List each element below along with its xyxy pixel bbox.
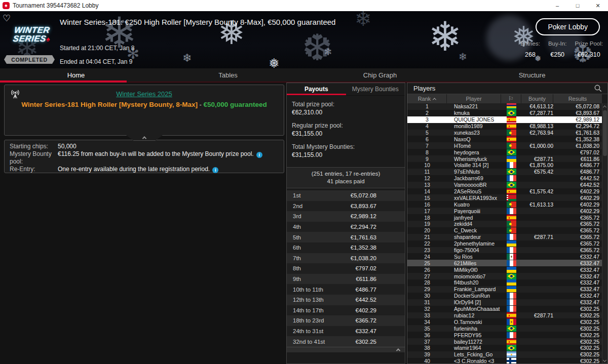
- player-row[interactable]: 31lOrDy94 [2]€332.47: [407, 299, 602, 306]
- players-scrollbar[interactable]: [602, 103, 607, 363]
- minimize-button[interactable]: –: [547, 0, 567, 11]
- winter-series-link[interactable]: Winter Series 2025: [116, 90, 172, 98]
- player-row[interactable]: 2kmuka€7,287.71€3,893.67: [407, 110, 602, 116]
- buyin-label: Buy-In:: [548, 41, 566, 47]
- country-flag-icon: [507, 306, 516, 312]
- country-flag-icon: [507, 279, 516, 286]
- player-row[interactable]: 35furleninha€302.25: [407, 325, 602, 332]
- player-row[interactable]: 20C_Dweck€365.72: [407, 227, 602, 234]
- tab-mystery-bounties[interactable]: Mystery Bounties: [346, 83, 405, 95]
- player-row[interactable]: 27moiomoiotio7€332.47: [407, 273, 602, 279]
- regular-prize-pool: Regular prize pool: €31,155.00: [292, 122, 400, 138]
- entries-stat: Entries: 268: [520, 41, 540, 58]
- player-row[interactable]: 6NaxoQ€1,352.38: [407, 136, 602, 142]
- country-flag-icon: [507, 169, 516, 175]
- logo-spade-icon: ♠: [46, 35, 51, 43]
- prize-pools: Total prize pool: €62,310.00 Regular pri…: [287, 96, 405, 166]
- scroll-down-icon[interactable]: [603, 358, 606, 362]
- starting-chips-value: 50,000: [58, 143, 77, 150]
- player-row[interactable]: 32ApuhMonChaaaaat€302.25: [407, 306, 602, 312]
- player-row[interactable]: 34O.Tarnovski€302.25: [407, 318, 602, 325]
- player-row[interactable]: 5xunekas23€2,763.94€1,761.63: [407, 130, 602, 136]
- country-flag-icon: [507, 201, 516, 208]
- prizepool-stat: Prize Pool: €62,310: [575, 41, 603, 58]
- info-icon[interactable]: [256, 152, 262, 158]
- tab-payouts[interactable]: Payouts: [287, 83, 346, 95]
- lobby-content: Winter Series 2025 Winter Series-181 Hig…: [0, 83, 608, 364]
- column-results[interactable]: Results: [553, 94, 602, 103]
- player-row[interactable]: 16Kuatro€1,613.13€402.29: [407, 201, 602, 208]
- player-row[interactable]: 7HTomé€1,000.00€1,038.20: [407, 142, 602, 149]
- payout-row: 18th to 23rd€365.72: [287, 315, 405, 326]
- scrollbar-thumb[interactable]: [603, 110, 607, 156]
- country-flag-icon: [507, 339, 516, 345]
- player-row[interactable]: 25621Milles€332.47: [407, 260, 602, 266]
- column-flag[interactable]: ⚐: [501, 94, 521, 103]
- player-row[interactable]: 26MiMiky0l0€332.47: [407, 266, 602, 273]
- player-row[interactable]: 39Lets_Fcking_Go€302.25: [407, 351, 602, 358]
- player-row[interactable]: 23figo-75004€365.72: [407, 247, 602, 254]
- entries-label: Entries:: [520, 41, 540, 47]
- player-row[interactable]: 10Volaille 314 [2]€1,875.00€486.77: [407, 162, 602, 169]
- player-row[interactable]: 30DockerSunRun€332.47: [407, 293, 602, 299]
- end-time: Ended at 04:04 CET, Jan 9: [60, 58, 132, 65]
- player-row[interactable]: 36PFERDY95€302.25: [407, 332, 602, 338]
- player-row[interactable]: 28fl4tbush20€332.47: [407, 279, 602, 286]
- player-row[interactable]: 29Frankie_Lampard€332.47: [407, 286, 602, 293]
- main-tabbar: Home Tables Chip Graph Structure: [0, 68, 608, 83]
- scroll-up-icon[interactable]: [603, 105, 606, 109]
- player-row[interactable]: 13VamoooooBR€442.52: [407, 182, 602, 188]
- player-row[interactable]: 1197sEhNuts€575.42€486.77: [407, 169, 602, 175]
- maximize-button[interactable]: □: [567, 0, 588, 11]
- player-row[interactable]: 37bailey11272€302.25: [407, 338, 602, 345]
- player-row[interactable]: 21shapardeur€287.71€365.72: [407, 234, 602, 240]
- payout-row: 7th€1,038.20: [287, 253, 405, 264]
- payout-row: 6th€1,352.38: [287, 242, 405, 253]
- column-player[interactable]: Player: [447, 94, 501, 103]
- country-flag-icon: [507, 319, 516, 325]
- snowflake-icon: ✻: [324, 47, 332, 57]
- player-row[interactable]: 142ASeRiouS€1,575.42€402.29: [407, 188, 602, 195]
- player-row[interactable]: 8heydogera€797.02: [407, 149, 602, 155]
- tab-tables[interactable]: Tables: [152, 68, 304, 82]
- info-icon[interactable]: [212, 167, 218, 173]
- player-row[interactable]: 1Naksa221€4,613.12€5,072.08: [407, 103, 602, 110]
- search-icon[interactable]: [594, 84, 602, 93]
- player-row[interactable]: 222phenethylamine€365.72: [407, 240, 602, 247]
- country-flag-icon: [507, 123, 516, 129]
- tab-structure[interactable]: Structure: [456, 68, 608, 82]
- close-button[interactable]: ✕: [588, 0, 608, 11]
- tab-home[interactable]: Home: [0, 68, 152, 82]
- player-row[interactable]: 24Su Rios€332.47: [407, 253, 602, 260]
- tournament-title: Winter Series-181: €250 High Roller [Mys…: [60, 18, 335, 26]
- player-row[interactable]: 33rubiac12€287.71€302.25: [407, 312, 602, 319]
- column-bounty[interactable]: Bounty: [521, 94, 553, 103]
- player-row[interactable]: 17Payerquoiii€402.29: [407, 208, 602, 214]
- poker-lobby-button[interactable]: Poker Lobby: [536, 18, 600, 35]
- country-flag-icon: [507, 326, 516, 332]
- payout-row: 10th to 11th€486.77: [287, 284, 405, 295]
- player-row[interactable]: 3QUIQUE JONES€2,989.12: [407, 116, 602, 123]
- tournament-lobby-window: { "titlebar": { "title": "Tournament 395…: [0, 0, 608, 364]
- column-rank[interactable]: Rank: [407, 94, 447, 103]
- player-row[interactable]: 18janfryed€365.72: [407, 214, 602, 221]
- player-row[interactable]: 15xxVALERA1993xx€402.29: [407, 194, 602, 201]
- buyin-value: €250: [550, 51, 564, 58]
- player-row[interactable]: 19zekidd4€365.72: [407, 221, 602, 227]
- player-row[interactable]: 9Wherismyluck€287.71€611.86: [407, 155, 602, 162]
- player-row[interactable]: 4monillo1989€8,988.13€2,294.72: [407, 123, 602, 130]
- winter-series-logo: WINTER SERIES♠: [13, 26, 52, 44]
- country-flag-icon: [507, 345, 516, 351]
- tab-chip-graph[interactable]: Chip Graph: [304, 68, 456, 82]
- flag-icon: ⚐: [508, 95, 514, 102]
- entries-value: 268: [525, 51, 536, 58]
- payout-row: 3rd€2,989.12: [287, 211, 405, 222]
- players-panel: Players Rank Player ⚐ Bounty Results 1Na…: [407, 83, 608, 364]
- player-row[interactable]: 40<3 C.Ronaldo <3€302.25: [407, 358, 602, 363]
- mystery-bounty-label: Mystery Bounty pool:: [10, 150, 58, 166]
- collapse-payouts-button[interactable]: [287, 347, 405, 352]
- player-row[interactable]: 12Jackbarro69€442.52: [407, 175, 602, 182]
- favorite-heart-icon[interactable]: ♡: [3, 13, 11, 24]
- player-row[interactable]: 38wlamir1964€302.25: [407, 345, 602, 351]
- country-flag-icon: [507, 215, 516, 221]
